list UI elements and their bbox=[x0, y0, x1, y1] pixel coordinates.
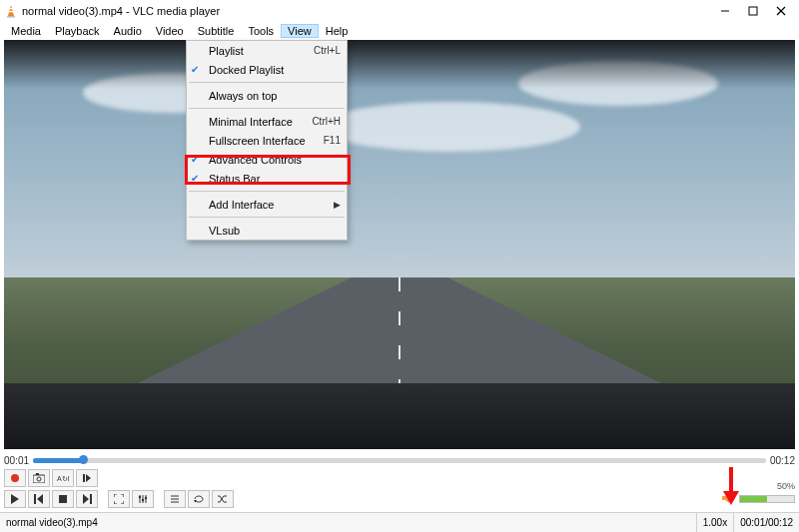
svg-point-24 bbox=[142, 499, 144, 501]
menu-item-label: Fullscreen Interface bbox=[209, 135, 306, 147]
menu-item-always-on-top[interactable]: Always on top bbox=[187, 86, 347, 105]
svg-rect-15 bbox=[34, 494, 36, 504]
menu-playback[interactable]: Playback bbox=[48, 24, 107, 38]
submenu-arrow-icon: ▶ bbox=[334, 200, 341, 210]
volume-slider[interactable] bbox=[739, 495, 795, 503]
annotation-red-arrow-icon bbox=[720, 465, 742, 507]
title-bar: normal video(3).mp4 - VLC media player bbox=[0, 0, 799, 22]
menu-item-fullscreen-interface[interactable]: Fullscreen Interface F11 bbox=[187, 131, 347, 150]
svg-point-25 bbox=[145, 497, 147, 499]
playback-controls: 50% bbox=[4, 489, 795, 509]
menu-item-label: Status Bar bbox=[209, 173, 260, 185]
svg-marker-18 bbox=[83, 494, 89, 504]
close-button[interactable] bbox=[767, 1, 795, 21]
menu-subtitle[interactable]: Subtitle bbox=[191, 24, 242, 38]
volume-percent: 50% bbox=[777, 481, 795, 491]
svg-rect-17 bbox=[59, 495, 67, 503]
svg-rect-2 bbox=[9, 8, 13, 9]
view-menu-dropdown: Playlist Ctrl+L ✔ Docked Playlist Always… bbox=[186, 40, 348, 241]
status-speed[interactable]: 1.00x bbox=[697, 513, 734, 532]
next-button[interactable] bbox=[76, 490, 98, 508]
svg-rect-5 bbox=[749, 7, 757, 15]
menu-shortcut: Ctrl+L bbox=[314, 45, 341, 56]
record-button[interactable] bbox=[4, 469, 26, 487]
menu-separator bbox=[189, 217, 345, 218]
menu-item-vlsub[interactable]: VLsub bbox=[187, 221, 347, 240]
check-icon: ✔ bbox=[191, 154, 199, 165]
seek-bar: 00:01 00:12 bbox=[4, 453, 795, 467]
menu-item-label: Add Interface bbox=[209, 199, 274, 211]
loop-ab-button[interactable]: A↻B bbox=[52, 469, 74, 487]
menu-media[interactable]: Media bbox=[4, 24, 48, 38]
svg-rect-10 bbox=[36, 473, 39, 475]
menu-audio[interactable]: Audio bbox=[107, 24, 149, 38]
menu-separator bbox=[189, 108, 345, 109]
playlist-button[interactable] bbox=[164, 490, 186, 508]
menu-item-minimal-interface[interactable]: Minimal Interface Ctrl+H bbox=[187, 112, 347, 131]
previous-button[interactable] bbox=[28, 490, 50, 508]
svg-point-9 bbox=[37, 477, 41, 481]
fullscreen-button[interactable] bbox=[108, 490, 130, 508]
extended-settings-button[interactable] bbox=[132, 490, 154, 508]
menu-separator bbox=[189, 82, 345, 83]
menu-item-status-bar[interactable]: ✔ Status Bar bbox=[187, 169, 347, 188]
video-dashboard bbox=[4, 383, 795, 449]
time-total: 00:12 bbox=[770, 455, 795, 466]
menu-item-label: Always on top bbox=[209, 90, 277, 102]
status-bar: normal video(3).mp4 1.00x 00:01/00:12 bbox=[0, 512, 799, 532]
menu-item-label: Minimal Interface bbox=[209, 116, 293, 128]
snapshot-button[interactable] bbox=[28, 469, 50, 487]
svg-marker-0 bbox=[8, 5, 14, 16]
minimize-button[interactable] bbox=[711, 1, 739, 21]
svg-rect-1 bbox=[7, 16, 15, 18]
menu-video[interactable]: Video bbox=[149, 24, 191, 38]
play-button[interactable] bbox=[4, 490, 26, 508]
menu-bar: Media Playback Audio Video Subtitle Tool… bbox=[0, 22, 799, 40]
svg-rect-19 bbox=[90, 494, 92, 504]
window-controls bbox=[711, 1, 795, 21]
svg-marker-32 bbox=[723, 491, 739, 505]
window-title: normal video(3).mp4 - VLC media player bbox=[22, 5, 711, 17]
menu-item-add-interface[interactable]: Add Interface ▶ bbox=[187, 195, 347, 214]
frame-step-button[interactable] bbox=[76, 469, 98, 487]
status-filename: normal video(3).mp4 bbox=[0, 513, 697, 532]
menu-item-docked-playlist[interactable]: ✔ Docked Playlist bbox=[187, 60, 347, 79]
svg-rect-8 bbox=[33, 475, 45, 483]
time-elapsed: 00:01 bbox=[4, 455, 29, 466]
video-cloud bbox=[321, 102, 580, 152]
status-time: 00:01/00:12 bbox=[734, 513, 799, 532]
svg-marker-13 bbox=[86, 474, 91, 482]
menu-help[interactable]: Help bbox=[319, 24, 356, 38]
svg-text:A↻B: A↻B bbox=[57, 475, 69, 482]
svg-marker-16 bbox=[37, 494, 43, 504]
menu-tools[interactable]: Tools bbox=[241, 24, 281, 38]
video-windshield-top bbox=[4, 40, 795, 89]
menu-item-label: Playlist bbox=[209, 45, 244, 57]
vlc-cone-icon bbox=[4, 4, 18, 18]
maximize-button[interactable] bbox=[739, 1, 767, 21]
menu-item-label: VLsub bbox=[209, 225, 240, 237]
menu-item-label: Docked Playlist bbox=[209, 64, 284, 76]
menu-shortcut: Ctrl+H bbox=[312, 116, 341, 127]
seek-progress bbox=[33, 458, 84, 463]
svg-marker-14 bbox=[11, 494, 19, 504]
menu-item-label: Advanced Controls bbox=[209, 154, 302, 166]
check-icon: ✔ bbox=[191, 64, 199, 75]
video-area[interactable] bbox=[4, 40, 795, 449]
menu-item-advanced-controls[interactable]: ✔ Advanced Controls bbox=[187, 150, 347, 169]
menu-item-playlist[interactable]: Playlist Ctrl+L bbox=[187, 41, 347, 60]
shuffle-button[interactable] bbox=[212, 490, 234, 508]
svg-rect-3 bbox=[8, 11, 13, 12]
check-icon: ✔ bbox=[191, 173, 199, 184]
stop-button[interactable] bbox=[52, 490, 74, 508]
svg-rect-12 bbox=[83, 474, 85, 482]
loop-button[interactable] bbox=[188, 490, 210, 508]
menu-view[interactable]: View bbox=[281, 24, 319, 38]
menu-separator bbox=[189, 191, 345, 192]
seek-track[interactable] bbox=[33, 458, 766, 463]
svg-point-23 bbox=[139, 496, 141, 498]
menu-shortcut: F11 bbox=[324, 135, 341, 146]
seek-thumb[interactable] bbox=[79, 455, 88, 464]
advanced-controls: A↻B bbox=[4, 469, 98, 487]
